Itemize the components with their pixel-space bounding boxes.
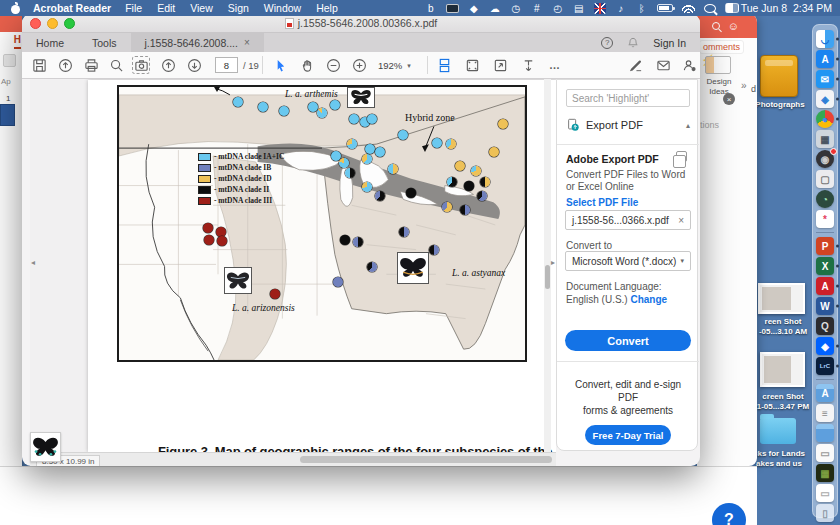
dock-color-meter[interactable]: ◉: [816, 150, 834, 168]
dock-photos[interactable]: *: [816, 210, 834, 228]
zoom-window-button[interactable]: [64, 18, 75, 29]
export-pdf-header[interactable]: Export PDF ▴: [566, 118, 690, 132]
smiley-icon[interactable]: ☺: [728, 21, 739, 32]
screenshot-file-1-label[interactable]: reen Shot-05...3.10 AM: [754, 317, 812, 337]
previous-page-button[interactable]: [159, 56, 177, 74]
select-tool-button[interactable]: [271, 56, 289, 74]
select-pdf-link[interactable]: Select PDF File: [566, 197, 638, 208]
minimize-window-button[interactable]: [47, 18, 58, 29]
dock-files-stack[interactable]: ▭: [816, 484, 834, 502]
slide-thumbnail[interactable]: [0, 104, 15, 126]
menu-bar-clock[interactable]: Tue Jun 8 2:34 PM: [741, 2, 832, 14]
search-icon[interactable]: [712, 22, 720, 30]
vertical-scrollbar[interactable]: [544, 79, 551, 452]
notifications-bell-icon[interactable]: [627, 36, 639, 49]
find-button[interactable]: [107, 56, 125, 74]
close-icon[interactable]: ×: [723, 93, 735, 105]
drive-label[interactable]: Photographs: [752, 100, 808, 110]
tab-document[interactable]: j.1558-5646.2008.... ×: [131, 33, 264, 52]
snapshot-tool-button[interactable]: [132, 56, 150, 74]
bluetooth-icon[interactable]: ᛒ: [636, 2, 648, 15]
powerpoint-toolbar-icon[interactable]: [3, 54, 16, 67]
share-button[interactable]: [56, 56, 74, 74]
remove-file-icon[interactable]: ×: [678, 215, 684, 226]
menu-edit[interactable]: Edit: [157, 2, 175, 14]
comments-button-fragment[interactable]: omments: [699, 40, 744, 54]
scroll-mode-button[interactable]: [435, 56, 453, 74]
sign-in-button[interactable]: Sign In: [653, 37, 686, 49]
zoom-in-button[interactable]: [350, 56, 368, 74]
external-drive-icon[interactable]: [760, 55, 798, 97]
actual-size-button[interactable]: [491, 56, 509, 74]
screenshot-file-2[interactable]: [760, 352, 805, 387]
send-mail-button[interactable]: [654, 56, 672, 74]
zoom-out-button[interactable]: [324, 56, 342, 74]
convert-button[interactable]: Convert: [565, 330, 691, 351]
keyboard-icon[interactable]: ▤: [573, 2, 585, 15]
volume-icon[interactable]: ♪: [615, 2, 627, 15]
dropbox-icon[interactable]: ◆: [468, 2, 480, 15]
network-icon[interactable]: #: [531, 2, 543, 15]
menu-help[interactable]: Help: [316, 2, 338, 14]
desktop-folder-label[interactable]: cks for Landsakes and us: [750, 449, 808, 469]
left-panel-collapse-arrow[interactable]: ◂: [31, 258, 35, 267]
dock-lightroom[interactable]: LrC: [816, 357, 834, 375]
clock-b-icon[interactable]: ◴: [552, 2, 564, 15]
right-panel-collapse-arrow[interactable]: ▸: [551, 258, 555, 267]
double-chevron-icon[interactable]: »: [741, 80, 747, 91]
uk-flag-icon[interactable]: [594, 3, 606, 14]
horizontal-scrollbar[interactable]: [300, 456, 552, 463]
page-number-input[interactable]: 8: [215, 57, 238, 73]
user-switch-icon[interactable]: [725, 3, 739, 13]
menu-window[interactable]: Window: [264, 2, 301, 14]
dock-downloads-stack[interactable]: ▭: [816, 444, 834, 462]
screenshot-file-1[interactable]: [758, 283, 805, 314]
battery-icon[interactable]: [657, 4, 673, 12]
chevron-up-icon[interactable]: ▴: [686, 121, 690, 130]
design-ideas-label[interactable]: DesignIdeas: [697, 77, 741, 97]
dock-image-stack[interactable]: ▦: [816, 464, 834, 482]
tools-search-input[interactable]: Search 'Highlight': [566, 89, 690, 107]
next-page-button[interactable]: [185, 56, 203, 74]
tab-home[interactable]: Home: [22, 33, 78, 52]
print-button[interactable]: [82, 56, 100, 74]
dock-applications-folder[interactable]: A: [816, 384, 834, 402]
change-language-link[interactable]: Change: [630, 294, 667, 305]
dock-screenshot-app[interactable]: ▦: [816, 130, 834, 148]
spotlight-icon[interactable]: [704, 4, 716, 13]
format-dropdown[interactable]: Microsoft Word (*.docx)▾: [565, 251, 691, 271]
menu-file[interactable]: File: [125, 2, 142, 14]
dock-trash[interactable]: ▯: [816, 504, 834, 522]
dock-finder[interactable]: ◡: [816, 30, 834, 48]
dock-quicktime[interactable]: Q: [816, 317, 834, 335]
dock-timer[interactable]: ◔: [816, 190, 834, 208]
request-signature-button[interactable]: [680, 56, 698, 74]
dock-preview[interactable]: ▢: [816, 170, 834, 188]
app-menu-title[interactable]: Acrobat Reader: [33, 2, 111, 14]
save-button[interactable]: [30, 56, 48, 74]
dock-mail[interactable]: ✉: [816, 70, 834, 88]
selected-file-chip[interactable]: j.1558-56...0366.x.pdf×: [565, 210, 691, 230]
dock-dropbox[interactable]: ◈: [816, 337, 834, 355]
dock-documents-stack[interactable]: ≡: [816, 404, 834, 422]
wifi-icon[interactable]: [682, 4, 695, 13]
dock-chrome[interactable]: ●: [816, 110, 834, 128]
menu-sign[interactable]: Sign: [228, 2, 249, 14]
beats-icon[interactable]: b: [425, 2, 437, 15]
dock-folder-stack[interactable]: [816, 424, 834, 442]
copy-icon[interactable]: [676, 151, 687, 162]
dock-excel[interactable]: X: [816, 257, 834, 275]
desktop-folder-icon[interactable]: [760, 418, 796, 444]
document-view[interactable]: L. a. arthemis Hybrid zone L. a. astyana…: [30, 79, 556, 452]
powerpoint-home-tab-fragment[interactable]: H: [14, 34, 21, 49]
dock-app-store[interactable]: A: [816, 50, 834, 68]
fill-sign-button[interactable]: [626, 56, 644, 74]
help-icon[interactable]: ?: [601, 37, 613, 49]
apple-menu-icon[interactable]: [10, 3, 21, 14]
creature-icon[interactable]: ☁: [489, 2, 501, 15]
hand-tool-button[interactable]: [298, 56, 316, 74]
zoom-level-dropdown[interactable]: 192%▾: [378, 60, 411, 71]
close-tab-icon[interactable]: ×: [244, 37, 250, 48]
close-window-button[interactable]: [30, 18, 41, 29]
dock-powerpoint[interactable]: P: [816, 237, 834, 255]
